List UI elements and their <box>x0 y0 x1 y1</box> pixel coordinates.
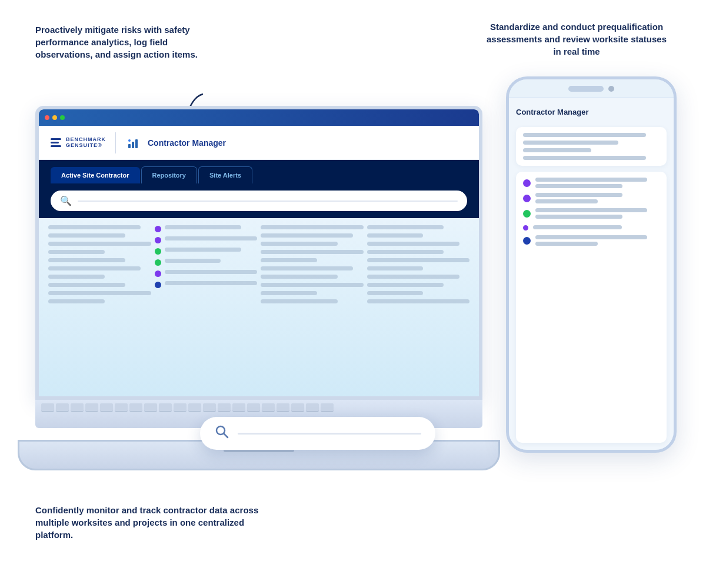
phone-list-item <box>523 193 660 203</box>
phone-title: Contractor Manager <box>516 105 667 121</box>
skel-row <box>48 299 105 303</box>
ph-skel-col <box>535 178 660 188</box>
skel-row <box>165 281 257 285</box>
minimize-dot <box>52 115 57 120</box>
app-title: Contractor Manager <box>148 138 226 148</box>
phone-camera-icon <box>608 86 614 92</box>
header-divider <box>115 132 116 153</box>
tab-repository[interactable]: Repository <box>141 166 197 183</box>
ph-skel <box>523 141 618 145</box>
key <box>129 403 142 412</box>
status-dot-blue <box>155 282 161 288</box>
skel-row <box>48 242 151 246</box>
key <box>277 403 289 412</box>
skel-row <box>165 270 258 274</box>
svg-line-7 <box>224 434 228 438</box>
key <box>321 403 334 412</box>
skel-row <box>48 291 151 295</box>
skel-row <box>261 275 338 279</box>
laptop: BENCHMARK GENSUITE® C <box>35 106 500 470</box>
ph-skel <box>523 156 646 160</box>
app-header: BENCHMARK GENSUITE® C <box>39 126 479 160</box>
ph-skel <box>535 178 647 182</box>
phone-shell: Contractor Manager <box>506 76 677 453</box>
skel-row <box>261 250 364 254</box>
key <box>85 403 98 412</box>
key <box>232 403 245 412</box>
floating-search-icon <box>214 424 229 443</box>
logo-line-1 <box>51 138 61 140</box>
keyboard-keys <box>35 400 482 415</box>
key <box>41 403 54 412</box>
svg-rect-2 <box>128 144 131 148</box>
data-col-1 <box>48 225 151 303</box>
ph-skel <box>535 242 598 246</box>
status-dot-green <box>155 259 161 266</box>
phone-content: Contractor Manager <box>509 98 674 450</box>
svg-rect-4 <box>135 139 138 148</box>
status-dot-purple <box>155 226 161 232</box>
close-dot <box>45 115 49 120</box>
app-title-area: Contractor Manager <box>125 135 226 151</box>
key <box>159 403 172 412</box>
key <box>188 403 201 412</box>
logo-gensuite: GENSUITE® <box>66 143 106 149</box>
status-dot-purple <box>523 195 531 202</box>
key <box>174 403 187 412</box>
skel-row <box>367 258 470 262</box>
key <box>100 403 113 412</box>
key <box>56 403 69 412</box>
ph-skel <box>535 184 622 188</box>
data-col-3 <box>261 225 364 303</box>
logo-line-3 <box>51 145 61 147</box>
search-bar[interactable]: 🔍 <box>51 191 467 211</box>
data-grid <box>48 225 469 303</box>
skel-row <box>48 283 125 287</box>
search-area: 🔍 <box>39 183 479 218</box>
phone-list-item <box>523 235 660 246</box>
key <box>144 403 157 412</box>
status-dot-small <box>523 225 528 230</box>
skel-row <box>48 266 141 270</box>
phone-card-top <box>516 127 667 166</box>
tabs-row: Active Site Contractor Repository Site A… <box>39 160 479 183</box>
content-area <box>39 218 479 396</box>
phone-notch-pill <box>568 86 604 92</box>
phone-list-area <box>516 172 667 443</box>
skel-row <box>261 242 338 246</box>
ph-skel <box>535 199 598 203</box>
phone-list-item <box>523 208 660 219</box>
contractor-manager-icon <box>125 135 142 151</box>
skel-row <box>367 283 444 287</box>
key <box>203 403 216 412</box>
tab-active-site-contractor[interactable]: Active Site Contractor <box>51 167 140 183</box>
key <box>306 403 319 412</box>
status-dot-purple <box>155 237 161 243</box>
laptop-screen: BENCHMARK GENSUITE® C <box>35 106 482 400</box>
status-dot-blue <box>523 237 531 245</box>
skel-row <box>48 233 125 238</box>
floating-search-bar[interactable] <box>200 417 435 450</box>
key <box>218 403 231 412</box>
svg-point-5 <box>128 139 131 142</box>
ph-skel <box>523 133 646 137</box>
skel-row <box>367 299 470 303</box>
title-bar <box>39 109 479 126</box>
skel-row <box>261 225 364 229</box>
phone-notch-bar <box>509 79 674 98</box>
data-col-4 <box>367 225 470 303</box>
tab-site-alerts[interactable]: Site Alerts <box>198 166 252 183</box>
expand-dot <box>60 115 65 120</box>
skel-row <box>48 258 125 262</box>
skel-row <box>165 236 257 240</box>
key <box>262 403 275 412</box>
ph-skel <box>535 235 647 239</box>
skel-row <box>261 299 338 303</box>
skel-row <box>367 225 444 229</box>
app-window: BENCHMARK GENSUITE® C <box>39 126 479 396</box>
svg-rect-3 <box>132 142 134 148</box>
ph-skel-col <box>533 225 660 229</box>
ph-skel <box>533 225 622 229</box>
skel-row <box>165 225 242 229</box>
logo-text: BENCHMARK GENSUITE® <box>66 137 106 149</box>
